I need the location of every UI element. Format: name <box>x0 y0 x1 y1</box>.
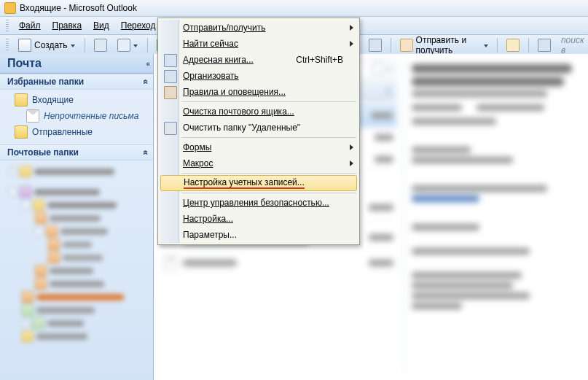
menu-file[interactable]: Файл <box>13 19 47 32</box>
window-title: Входящие - Microsoft Outlook <box>20 3 137 13</box>
toolbar-right: Отправить и получить поиск в <box>357 35 588 55</box>
menu-find-now-label: Найти сейчас <box>183 39 238 49</box>
menu-send-receive-label: Отправить/получить <box>183 23 265 33</box>
menu-view[interactable]: Вид <box>87 19 115 32</box>
menu-rules[interactable]: Правила и оповещения... <box>160 84 358 100</box>
menu-separator <box>181 137 356 138</box>
collapse-chevron-icon[interactable]: « <box>146 60 149 68</box>
menu-address-book-label: Адресная книга... <box>183 55 254 65</box>
new-mail-icon <box>18 39 31 52</box>
list-item[interactable] <box>161 252 396 274</box>
submenu-arrow-icon <box>350 160 353 166</box>
menu-trust-center[interactable]: Центр управления безопасностью... <box>160 195 358 211</box>
print-preview-button[interactable] <box>114 37 142 53</box>
toolbar-grip <box>6 39 9 52</box>
menu-macros-label: Макрос <box>183 158 213 168</box>
tools-menu-dropdown: Отправить/получить Найти сейчас Адресная… <box>157 18 360 245</box>
menu-go[interactable]: Переход <box>115 19 162 32</box>
menu-customize-label: Настройка... <box>183 214 233 224</box>
submenu-arrow-icon <box>350 25 353 31</box>
menu-address-book[interactable]: Адресная книга... Ctrl+Shift+B <box>160 52 358 68</box>
title-bar: Входящие - Microsoft Outlook <box>0 0 588 17</box>
search-placeholder: поиск в <box>561 35 584 55</box>
folder-tree: + - - - + <box>0 160 153 380</box>
menu-rules-label: Правила и оповещения... <box>183 87 286 97</box>
menu-organize-label: Организовать <box>183 71 239 81</box>
dropdown-arrow-icon <box>133 43 138 48</box>
dropdown-arrow-icon <box>388 66 393 71</box>
envelope-icon <box>506 39 520 52</box>
send-receive-icon <box>400 39 413 52</box>
menu-forms[interactable]: Формы <box>160 139 358 155</box>
menu-options-label: Параметры... <box>183 230 237 240</box>
menu-find-now[interactable]: Найти сейчас <box>160 36 358 52</box>
outlook-icon <box>4 2 16 14</box>
address-book-toolbar-button[interactable] <box>503 37 523 53</box>
mail-folders-section-title[interactable]: Почтовые папки « <box>0 144 153 160</box>
menu-macros[interactable]: Макрос <box>160 155 358 171</box>
menu-send-receive[interactable]: Отправить/получить <box>160 20 358 36</box>
sidebar-header-label: Почта <box>7 57 42 70</box>
search-icon <box>372 62 385 75</box>
mail-icon <box>26 109 39 123</box>
organize-icon <box>164 70 177 83</box>
toolbar-separator <box>85 38 85 53</box>
submenu-arrow-icon <box>350 144 353 150</box>
categorize-button[interactable] <box>365 37 385 53</box>
send-receive-label: Отправить и получить <box>416 35 482 55</box>
favorites-title-label: Избранные папки <box>7 77 84 87</box>
mail-folders-title-label: Почтовые папки <box>7 147 79 158</box>
toolbar: Создать Отправить и получить поиск в Отп… <box>0 35 588 56</box>
sidebar-item-inbox[interactable]: Входящие <box>0 92 153 108</box>
menu-edit[interactable]: Правка <box>47 19 88 32</box>
submenu-arrow-icon <box>350 41 353 47</box>
folder-icon <box>15 93 28 106</box>
new-button[interactable]: Создать <box>15 37 79 53</box>
print-button[interactable] <box>90 37 111 53</box>
sidebar-item-label: Входящие <box>32 95 74 105</box>
print-icon <box>94 39 107 52</box>
trash-icon <box>164 122 177 135</box>
menu-empty-deleted[interactable]: Очистить папку "Удаленные" <box>160 120 358 136</box>
menu-address-book-shortcut: Ctrl+Shift+B <box>296 55 343 65</box>
nav-sidebar: Почта « Избранные папки « Входящие Непро… <box>0 54 154 380</box>
menu-options[interactable]: Параметры... <box>160 227 358 243</box>
dropdown-arrow-icon <box>484 43 488 48</box>
menu-account-settings-label: Настройка учетных записей... <box>184 177 305 189</box>
dropdown-arrow-icon <box>386 88 391 93</box>
favorites-section-title[interactable]: Избранные папки « <box>0 74 153 90</box>
sidebar-item-sent[interactable]: Отправленные <box>0 124 153 140</box>
mail-icon <box>164 257 177 270</box>
menu-clean-mailbox-label: Очистка почтового ящика... <box>183 106 294 117</box>
sidebar-item-unread[interactable]: Непрочтенные письма <box>0 108 153 124</box>
menu-organize[interactable]: Организовать <box>160 68 358 84</box>
sidebar-item-label: Непрочтенные письма <box>44 111 138 121</box>
sidebar-header: Почта « <box>0 54 153 74</box>
folder-icon <box>15 125 28 139</box>
menu-trust-center-label: Центр управления безопасностью... <box>183 198 329 208</box>
menu-account-settings[interactable]: Настройка учетных записей... <box>160 175 357 191</box>
categorize-icon <box>369 39 382 52</box>
rules-icon <box>164 86 177 99</box>
address-book-button[interactable] <box>534 37 554 53</box>
section-chevron-icon: « <box>141 150 152 155</box>
menu-clean-mailbox[interactable]: Очистка почтового ящика... <box>160 104 358 120</box>
menu-grip <box>6 20 9 31</box>
dropdown-arrow-icon <box>71 43 76 48</box>
book-icon <box>538 39 551 52</box>
section-chevron-icon: « <box>141 80 152 85</box>
menu-separator <box>181 101 356 102</box>
toolbar-separator <box>147 38 148 53</box>
toolbar-separator <box>497 38 498 53</box>
print-preview-icon <box>117 39 130 52</box>
menu-forms-label: Формы <box>183 142 211 152</box>
new-button-label: Создать <box>34 40 68 50</box>
favorites-list: Входящие Непрочтенные письма Отправленны… <box>0 90 153 144</box>
toolbar-separator <box>391 38 391 53</box>
address-book-icon <box>164 54 177 67</box>
menu-empty-deleted-label: Очистить папку "Удаленные" <box>183 123 300 133</box>
sidebar-item-label: Отправленные <box>32 127 93 137</box>
menu-separator <box>181 173 356 174</box>
menu-customize[interactable]: Настройка... <box>160 211 358 227</box>
toolbar-separator <box>528 38 529 53</box>
